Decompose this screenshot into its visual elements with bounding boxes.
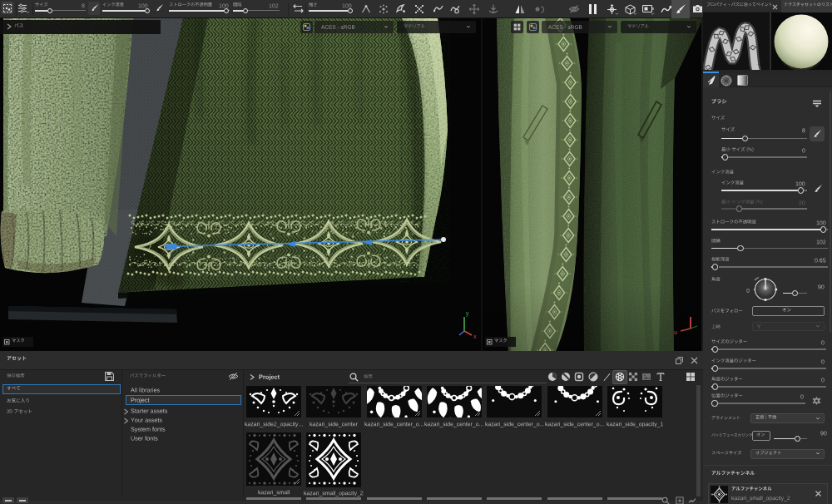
svg-text:0: 0 <box>746 288 750 294</box>
svg-text:u: u <box>674 329 677 335</box>
